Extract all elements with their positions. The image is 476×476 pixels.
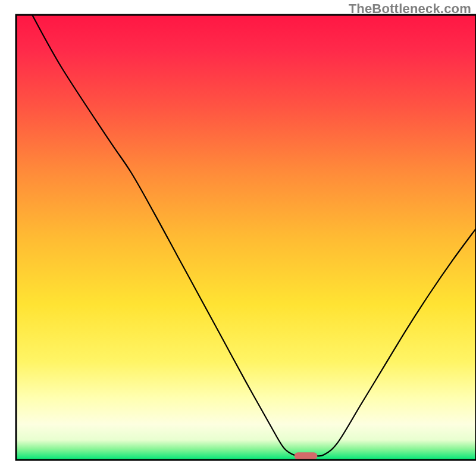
bottleneck-chart	[0, 0, 476, 476]
optimal-marker	[295, 452, 318, 459]
gradient-background	[16, 15, 476, 460]
watermark-text: TheBottleneck.com	[349, 1, 471, 17]
chart-container: TheBottleneck.com	[0, 0, 476, 476]
